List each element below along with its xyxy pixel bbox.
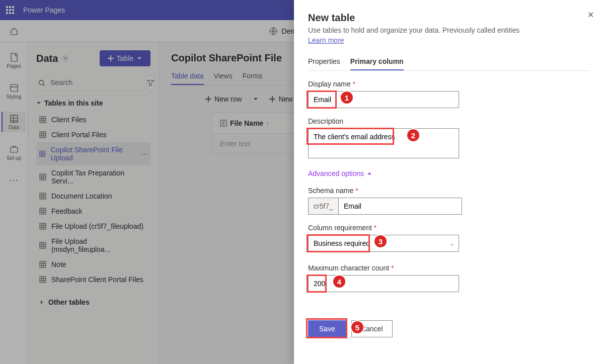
learn-more-link[interactable]: Learn more (308, 36, 344, 44)
display-name-label: Display name * (308, 80, 590, 88)
new-table-flyout: ✕ New table Use tables to hold and organ… (294, 0, 604, 364)
max-char-input[interactable] (308, 275, 459, 292)
description-label: Description (308, 117, 590, 125)
annotation-badge-1: 1 (340, 90, 354, 105)
max-char-label: Maximum character count * (308, 264, 590, 272)
schema-name-label: Schema name * (308, 187, 590, 195)
annotation-badge-4: 4 (332, 275, 346, 289)
tab-primary-column[interactable]: Primary column (350, 53, 404, 70)
schema-prefix: cr5f7_ (308, 198, 338, 215)
annotation-badge-5: 5 (350, 320, 364, 334)
flyout-title: New table (308, 12, 590, 24)
annotation-badge-3: 3 (373, 234, 388, 248)
schema-name-input[interactable] (338, 198, 462, 215)
advanced-options-toggle[interactable]: Advanced options (308, 169, 590, 177)
tab-properties[interactable]: Properties (308, 53, 340, 70)
save-button[interactable]: Save (308, 320, 346, 337)
flyout-tabs: Properties Primary column (308, 53, 590, 71)
column-requirement-label: Column requirement * (308, 224, 590, 232)
flyout-description: Use tables to hold and organize your dat… (308, 26, 590, 45)
annotation-badge-2: 2 (406, 128, 420, 142)
display-name-input[interactable] (308, 91, 459, 108)
description-input[interactable] (308, 128, 459, 158)
